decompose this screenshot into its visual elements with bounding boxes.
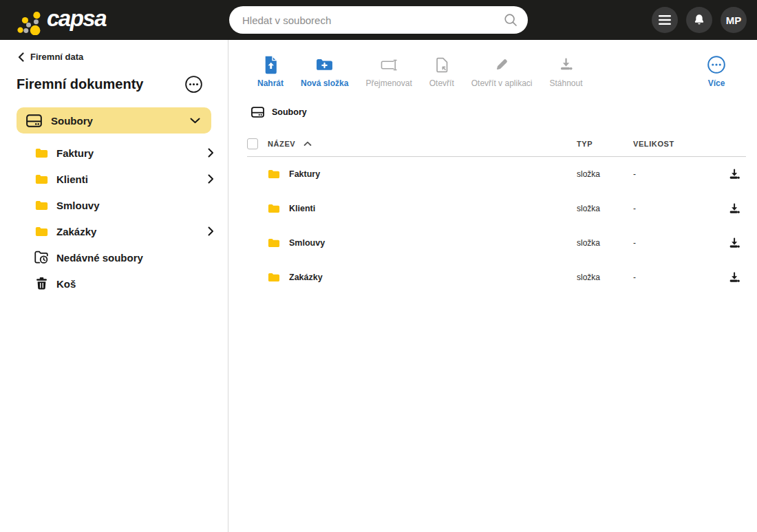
recent-files-icon	[34, 251, 49, 264]
download-icon	[559, 58, 573, 72]
breadcrumb-label: Soubory	[272, 107, 307, 117]
toolbar-button-label: Otevřít v aplikaci	[471, 78, 533, 88]
folder-icon	[35, 226, 48, 237]
file-size: -	[633, 169, 714, 179]
search-input[interactable]	[229, 6, 528, 34]
new-folder-icon	[316, 58, 333, 72]
table-row[interactable]: Zakázky složka -	[247, 260, 746, 295]
toolbar-button[interactable]: Stáhnout	[546, 54, 586, 88]
sidebar-nav: Faktury Klienti	[0, 140, 228, 297]
file-size: -	[633, 204, 714, 213]
chevron-right-icon[interactable]	[208, 148, 214, 158]
toolbar-button-label: Nová složka	[301, 78, 348, 88]
hamburger-icon	[658, 14, 672, 26]
sidebar: Firemní data Firemní dokumenty Soubory	[0, 40, 228, 532]
sidebar-item-label: Smlouvy	[56, 200, 100, 211]
toolbar-button[interactable]: Nahrát	[254, 54, 287, 88]
chevron-right-icon[interactable]	[208, 174, 214, 184]
rename-icon	[381, 58, 398, 72]
download-icon	[729, 203, 740, 215]
logo-dots-icon	[8, 5, 41, 35]
toolbar-button[interactable]: Otevřít v aplikaci	[468, 54, 536, 88]
file-name: Zakázky	[289, 273, 323, 282]
sidebar-item[interactable]: Klienti	[0, 166, 228, 192]
trash-icon	[35, 277, 48, 290]
sidebar-item[interactable]: Nedávné soubory	[0, 244, 228, 270]
workspace-menu-button[interactable]	[184, 75, 203, 94]
toolbar-button[interactable]: Přejmenovat	[362, 54, 415, 88]
toolbar-button-label: Stáhnout	[549, 78, 582, 88]
table-row[interactable]: Faktury složka -	[247, 157, 746, 191]
search-icon	[504, 13, 518, 27]
folder-icon	[35, 174, 48, 184]
sort-ascending-icon[interactable]	[303, 141, 312, 147]
breadcrumb[interactable]: Soubory	[247, 107, 746, 118]
back-link-label: Firemní data	[30, 52, 83, 62]
toolbar-button-label: Otevřít	[429, 78, 454, 88]
table-header: NÁZEV TYP VELIKOST	[247, 131, 746, 157]
column-header-size[interactable]: VELIKOST	[633, 140, 714, 148]
sidebar-item-label: Zakázky	[56, 226, 96, 237]
folder-icon	[35, 148, 48, 158]
top-bar: capsa MP	[0, 0, 757, 40]
download-icon	[729, 169, 740, 180]
chevron-right-icon[interactable]	[208, 226, 214, 236]
search-bar[interactable]	[229, 6, 528, 34]
file-type: složka	[577, 169, 633, 179]
sidebar-item-label: Koš	[56, 278, 76, 290]
row-download-button[interactable]	[729, 169, 746, 180]
select-all-checkbox[interactable]	[247, 138, 258, 149]
folder-icon	[268, 238, 280, 248]
ellipsis-circle-icon	[184, 75, 203, 94]
bell-icon	[692, 13, 706, 28]
file-name: Smlouvy	[289, 238, 325, 248]
sidebar-item-soubory[interactable]: Soubory	[17, 107, 211, 134]
main-content: Nahrát	[228, 40, 757, 532]
toolbar-button[interactable]: Otevřít	[426, 54, 458, 88]
file-type: složka	[577, 238, 633, 248]
toolbar-button-label: Přejmenovat	[365, 78, 412, 88]
file-name: Faktury	[289, 169, 320, 179]
ellipsis-circle-icon	[707, 55, 726, 74]
file-size: -	[633, 238, 714, 248]
file-type: složka	[577, 204, 633, 213]
page-title: Firemní dokumenty	[17, 76, 143, 92]
menu-button[interactable]	[652, 7, 678, 33]
row-download-button[interactable]	[729, 203, 746, 215]
notifications-button[interactable]	[686, 7, 712, 33]
avatar[interactable]: MP	[721, 7, 747, 33]
toolbar-button[interactable]: Nová složka	[297, 54, 352, 88]
folder-icon	[268, 169, 280, 179]
sidebar-item[interactable]: Koš	[0, 270, 228, 297]
avatar-initials: MP	[726, 14, 742, 26]
open-file-icon	[435, 57, 449, 73]
sidebar-item[interactable]: Zakázky	[0, 218, 228, 244]
folder-icon	[35, 200, 48, 211]
app-logo[interactable]: capsa	[0, 5, 229, 35]
drive-icon	[251, 107, 264, 118]
folder-icon	[268, 273, 280, 282]
toolbar: Nahrát	[247, 40, 746, 88]
more-button[interactable]: Více	[703, 54, 729, 88]
chevron-down-icon	[190, 118, 200, 124]
sidebar-item[interactable]: Faktury	[0, 140, 228, 166]
sidebar-item[interactable]: Smlouvy	[0, 192, 228, 218]
file-type: složka	[577, 273, 633, 282]
column-header-name[interactable]: NÁZEV	[268, 140, 295, 148]
folder-icon	[268, 204, 280, 213]
brand-name: capsa	[47, 6, 106, 32]
table-row[interactable]: Klienti složka -	[247, 191, 746, 226]
top-actions: MP	[652, 7, 757, 33]
drive-icon	[26, 114, 42, 127]
row-download-button[interactable]	[729, 237, 746, 249]
file-table: NÁZEV TYP VELIKOST Faktury	[247, 131, 746, 295]
back-link[interactable]: Firemní data	[0, 52, 228, 62]
file-name: Klienti	[289, 204, 315, 213]
download-icon	[729, 272, 740, 284]
table-row[interactable]: Smlouvy složka -	[247, 226, 746, 260]
file-size: -	[633, 273, 714, 282]
more-button-label: Více	[708, 78, 725, 88]
row-download-button[interactable]	[729, 272, 746, 284]
download-icon	[729, 237, 740, 249]
column-header-type[interactable]: TYP	[577, 140, 633, 148]
